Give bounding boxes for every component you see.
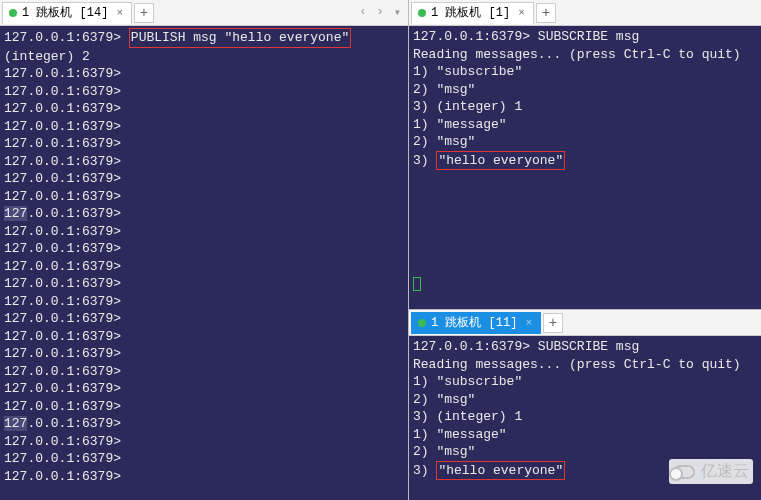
tab-nav: ‹ › ▾ [356,5,404,20]
prompt: 127.0.0.1:6379> [4,276,121,291]
output-line: (integer) 2 [4,48,404,66]
add-tab-button[interactable]: + [536,3,556,23]
left-pane: 1 跳板机 [14] × + ‹ › ▾ 127.0.0.1:6379> PUB… [0,0,409,500]
prompt: 127.0.0.1:6379> [4,171,121,186]
output-line: 2) "msg" [413,391,757,409]
close-icon[interactable]: × [516,7,527,19]
prompt: 127.0.0.1:6379> [4,259,121,274]
close-icon[interactable]: × [523,317,534,329]
prompt: 127.0.0.1:6379> [4,381,121,396]
watermark-text: 亿速云 [701,461,749,482]
tab-left[interactable]: 1 跳板机 [14] × [2,2,132,24]
subscribe-command: SUBSCRIBE msg [530,339,639,354]
subscribe-command: SUBSCRIBE msg [530,29,639,44]
nav-menu-icon[interactable]: ▾ [391,5,404,20]
prompt: 127.0.0.1:6379> [4,434,121,449]
prompt: 127.0.0.1:6379> [4,189,121,204]
received-message: "hello everyone" [436,151,565,171]
tab-label: 1 跳板机 [1] [431,4,510,21]
output-line: 2) "msg" [413,81,757,99]
prompt: 127.0.0.1:6379> [4,136,121,151]
tab-label: 1 跳板机 [11] [431,314,517,331]
prompt: 127.0.0.1:6379> [413,339,530,354]
output-line: Reading messages... (press Ctrl-C to qui… [413,46,757,64]
prompt: 127.0.0.1:6379> [4,154,121,169]
rbot-tabbar: 1 跳板机 [11] × + [409,310,761,336]
left-terminal[interactable]: 127.0.0.1:6379> PUBLISH msg "hello every… [0,26,408,500]
prompt: 127.0.0.1:6379> [4,206,121,221]
output-line: 1) "subscribe" [413,63,757,81]
output-line: 3) (integer) 1 [413,98,757,116]
output-line: 2) "msg" [413,443,757,461]
prompt: 127.0.0.1:6379> [4,416,121,431]
output-line: 2) "msg" [413,133,757,151]
status-dot-icon [9,9,17,17]
tab-rbot[interactable]: 1 跳板机 [11] × [411,312,541,334]
prompt: 127.0.0.1:6379> [4,241,121,256]
nav-next-icon[interactable]: › [374,5,387,20]
received-message: "hello everyone" [436,461,565,481]
rtop-tabbar: 1 跳板机 [1] × + [409,0,761,26]
prompt: 127.0.0.1:6379> [4,329,121,344]
cursor-icon [413,277,421,291]
prompt: 127.0.0.1:6379> [4,399,121,414]
right-pane: 1 跳板机 [1] × + 127.0.0.1:6379> SUBSCRIBE … [409,0,761,500]
output-line: 1) "message" [413,116,757,134]
prompt: 127.0.0.1:6379> [4,66,121,81]
prompt: 127.0.0.1:6379> [4,346,121,361]
left-tabbar: 1 跳板机 [14] × + ‹ › ▾ [0,0,408,26]
right-top-pane: 1 跳板机 [1] × + 127.0.0.1:6379> SUBSCRIBE … [409,0,761,310]
output-line: 3) (integer) 1 [413,408,757,426]
nav-prev-icon[interactable]: ‹ [356,5,369,20]
tab-rtop[interactable]: 1 跳板机 [1] × [411,2,534,24]
output-line: 1) "message" [413,426,757,444]
status-dot-icon [418,9,426,17]
add-tab-button[interactable]: + [134,3,154,23]
prompt: 127.0.0.1:6379> [4,101,121,116]
rtop-terminal[interactable]: 127.0.0.1:6379> SUBSCRIBE msgReading mes… [409,26,761,309]
status-dot-icon [418,319,426,327]
prompt: 127.0.0.1:6379> [4,84,121,99]
prompt: 127.0.0.1:6379> [4,119,121,134]
prompt: 127.0.0.1:6379> [4,30,129,45]
prompt: 127.0.0.1:6379> [4,469,121,484]
prompt: 127.0.0.1:6379> [4,364,121,379]
publish-command: PUBLISH msg "hello everyone" [129,28,351,48]
output-line: Reading messages... (press Ctrl-C to qui… [413,356,757,374]
watermark: 亿速云 [669,459,753,484]
add-tab-button[interactable]: + [543,313,563,333]
prompt: 127.0.0.1:6379> [4,451,121,466]
prompt: 127.0.0.1:6379> [413,29,530,44]
output-line: 3) [413,463,436,478]
prompt: 127.0.0.1:6379> [4,224,121,239]
prompt: 127.0.0.1:6379> [4,294,121,309]
cloud-icon [673,465,695,479]
output-line: 3) [413,153,436,168]
close-icon[interactable]: × [114,7,125,19]
output-line: 1) "subscribe" [413,373,757,391]
tab-label: 1 跳板机 [14] [22,4,108,21]
prompt: 127.0.0.1:6379> [4,311,121,326]
